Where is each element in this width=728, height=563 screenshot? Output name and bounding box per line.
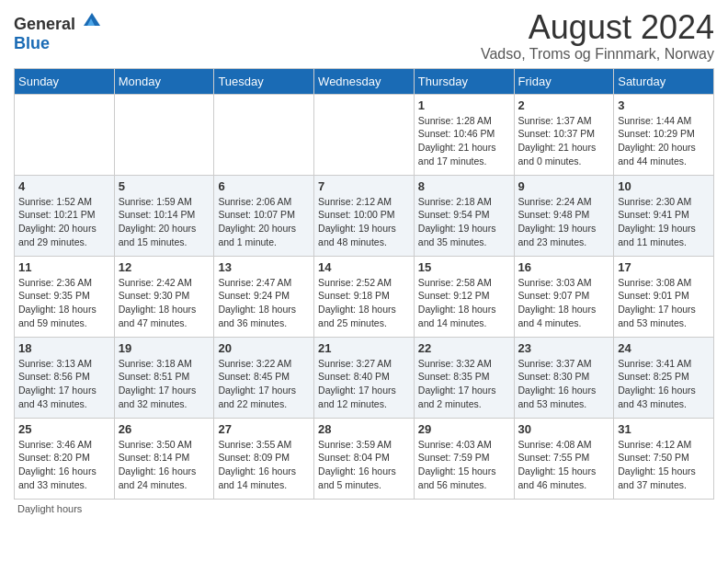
main-title: August 2024 <box>481 9 714 46</box>
day-info: Sunrise: 3:37 AM Sunset: 8:30 PM Dayligh… <box>518 357 610 411</box>
calendar-week-row: 18Sunrise: 3:13 AM Sunset: 8:56 PM Dayli… <box>15 337 714 418</box>
logo-blue: Blue <box>14 34 50 52</box>
day-number: 21 <box>318 341 410 355</box>
day-number: 5 <box>119 179 210 193</box>
calendar-week-row: 4Sunrise: 1:52 AM Sunset: 10:21 PM Dayli… <box>15 175 714 256</box>
day-info: Sunrise: 1:52 AM Sunset: 10:21 PM Daylig… <box>18 195 110 249</box>
day-info: Sunrise: 2:24 AM Sunset: 9:48 PM Dayligh… <box>518 195 610 249</box>
day-info: Sunrise: 3:13 AM Sunset: 8:56 PM Dayligh… <box>18 357 110 411</box>
day-info: Sunrise: 1:37 AM Sunset: 10:37 PM Daylig… <box>518 114 610 168</box>
day-info: Sunrise: 3:03 AM Sunset: 9:07 PM Dayligh… <box>518 276 610 330</box>
header: General Blue August 2024 Vadso, Troms og… <box>14 9 714 63</box>
calendar-header-row: SundayMondayTuesdayWednesdayThursdayFrid… <box>15 68 714 94</box>
day-info: Sunrise: 4:08 AM Sunset: 7:55 PM Dayligh… <box>518 438 610 492</box>
day-number: 15 <box>418 260 510 274</box>
calendar-cell: 7Sunrise: 2:12 AM Sunset: 10:00 PM Dayli… <box>314 175 415 256</box>
logo-text: General Blue <box>14 9 102 53</box>
calendar-cell <box>214 94 314 175</box>
calendar-cell: 17Sunrise: 3:08 AM Sunset: 9:01 PM Dayli… <box>614 256 714 337</box>
logo-general: General <box>14 15 75 33</box>
title-area: August 2024 Vadso, Troms og Finnmark, No… <box>481 9 714 63</box>
calendar-cell: 8Sunrise: 2:18 AM Sunset: 9:54 PM Daylig… <box>414 175 514 256</box>
calendar-cell: 10Sunrise: 2:30 AM Sunset: 9:41 PM Dayli… <box>614 175 714 256</box>
calendar-week-row: 11Sunrise: 2:36 AM Sunset: 9:35 PM Dayli… <box>15 256 714 337</box>
day-info: Sunrise: 3:46 AM Sunset: 8:20 PM Dayligh… <box>18 438 110 492</box>
calendar-cell: 4Sunrise: 1:52 AM Sunset: 10:21 PM Dayli… <box>15 175 115 256</box>
day-number: 10 <box>618 179 710 193</box>
day-number: 11 <box>18 260 110 274</box>
day-number: 19 <box>119 341 210 355</box>
day-number: 7 <box>318 179 410 193</box>
calendar-cell: 16Sunrise: 3:03 AM Sunset: 9:07 PM Dayli… <box>514 256 614 337</box>
day-number: 29 <box>418 422 510 436</box>
daylight-label: Daylight hours <box>17 503 82 514</box>
day-info: Sunrise: 1:59 AM Sunset: 10:14 PM Daylig… <box>119 195 210 249</box>
day-number: 12 <box>119 260 210 274</box>
logo: General Blue <box>14 9 102 53</box>
day-info: Sunrise: 3:22 AM Sunset: 8:45 PM Dayligh… <box>218 357 310 411</box>
calendar-cell: 25Sunrise: 3:46 AM Sunset: 8:20 PM Dayli… <box>15 418 115 499</box>
day-info: Sunrise: 2:42 AM Sunset: 9:30 PM Dayligh… <box>119 276 210 330</box>
day-number: 2 <box>518 98 610 112</box>
calendar-cell: 3Sunrise: 1:44 AM Sunset: 10:29 PM Dayli… <box>614 94 714 175</box>
day-info: Sunrise: 2:52 AM Sunset: 9:18 PM Dayligh… <box>318 276 410 330</box>
day-number: 16 <box>518 260 610 274</box>
day-info: Sunrise: 3:18 AM Sunset: 8:51 PM Dayligh… <box>119 357 210 411</box>
calendar-cell <box>15 94 115 175</box>
day-info: Sunrise: 3:08 AM Sunset: 9:01 PM Dayligh… <box>618 276 710 330</box>
day-number: 14 <box>318 260 410 274</box>
calendar-cell: 24Sunrise: 3:41 AM Sunset: 8:25 PM Dayli… <box>614 337 714 418</box>
calendar-cell <box>114 94 214 175</box>
day-number: 24 <box>618 341 710 355</box>
day-number: 1 <box>418 98 510 112</box>
logo-icon <box>82 9 102 29</box>
day-info: Sunrise: 2:06 AM Sunset: 10:07 PM Daylig… <box>218 195 310 249</box>
day-of-week-header: Monday <box>114 68 214 94</box>
calendar-cell: 28Sunrise: 3:59 AM Sunset: 8:04 PM Dayli… <box>314 418 415 499</box>
day-number: 23 <box>518 341 610 355</box>
day-info: Sunrise: 4:03 AM Sunset: 7:59 PM Dayligh… <box>418 438 510 492</box>
day-of-week-header: Wednesday <box>314 68 415 94</box>
day-number: 4 <box>18 179 110 193</box>
day-number: 26 <box>119 422 210 436</box>
subtitle: Vadso, Troms og Finnmark, Norway <box>481 46 714 63</box>
calendar-cell: 22Sunrise: 3:32 AM Sunset: 8:35 PM Dayli… <box>414 337 514 418</box>
calendar-cell: 29Sunrise: 4:03 AM Sunset: 7:59 PM Dayli… <box>414 418 514 499</box>
calendar-cell: 2Sunrise: 1:37 AM Sunset: 10:37 PM Dayli… <box>514 94 614 175</box>
day-info: Sunrise: 1:28 AM Sunset: 10:46 PM Daylig… <box>418 114 510 168</box>
calendar-table: SundayMondayTuesdayWednesdayThursdayFrid… <box>14 68 714 500</box>
calendar-cell: 14Sunrise: 2:52 AM Sunset: 9:18 PM Dayli… <box>314 256 415 337</box>
day-number: 25 <box>18 422 110 436</box>
day-number: 8 <box>418 179 510 193</box>
footer-note: Daylight hours <box>14 503 714 514</box>
day-info: Sunrise: 2:12 AM Sunset: 10:00 PM Daylig… <box>318 195 410 249</box>
calendar-cell: 6Sunrise: 2:06 AM Sunset: 10:07 PM Dayli… <box>214 175 314 256</box>
day-number: 20 <box>218 341 310 355</box>
day-info: Sunrise: 4:12 AM Sunset: 7:50 PM Dayligh… <box>618 438 710 492</box>
day-info: Sunrise: 2:47 AM Sunset: 9:24 PM Dayligh… <box>218 276 310 330</box>
calendar-cell: 26Sunrise: 3:50 AM Sunset: 8:14 PM Dayli… <box>114 418 214 499</box>
calendar-cell: 13Sunrise: 2:47 AM Sunset: 9:24 PM Dayli… <box>214 256 314 337</box>
day-info: Sunrise: 3:55 AM Sunset: 8:09 PM Dayligh… <box>218 438 310 492</box>
day-number: 28 <box>318 422 410 436</box>
calendar-cell: 5Sunrise: 1:59 AM Sunset: 10:14 PM Dayli… <box>114 175 214 256</box>
day-number: 18 <box>18 341 110 355</box>
day-of-week-header: Thursday <box>414 68 514 94</box>
calendar-cell: 11Sunrise: 2:36 AM Sunset: 9:35 PM Dayli… <box>15 256 115 337</box>
day-of-week-header: Sunday <box>15 68 115 94</box>
day-number: 6 <box>218 179 310 193</box>
calendar-cell: 27Sunrise: 3:55 AM Sunset: 8:09 PM Dayli… <box>214 418 314 499</box>
calendar-week-row: 25Sunrise: 3:46 AM Sunset: 8:20 PM Dayli… <box>15 418 714 499</box>
calendar-cell: 15Sunrise: 2:58 AM Sunset: 9:12 PM Dayli… <box>414 256 514 337</box>
day-info: Sunrise: 3:59 AM Sunset: 8:04 PM Dayligh… <box>318 438 410 492</box>
day-number: 13 <box>218 260 310 274</box>
calendar-cell: 20Sunrise: 3:22 AM Sunset: 8:45 PM Dayli… <box>214 337 314 418</box>
day-number: 9 <box>518 179 610 193</box>
calendar-cell: 21Sunrise: 3:27 AM Sunset: 8:40 PM Dayli… <box>314 337 415 418</box>
day-info: Sunrise: 3:41 AM Sunset: 8:25 PM Dayligh… <box>618 357 710 411</box>
day-info: Sunrise: 3:27 AM Sunset: 8:40 PM Dayligh… <box>318 357 410 411</box>
day-info: Sunrise: 2:30 AM Sunset: 9:41 PM Dayligh… <box>618 195 710 249</box>
calendar-week-row: 1Sunrise: 1:28 AM Sunset: 10:46 PM Dayli… <box>15 94 714 175</box>
day-number: 22 <box>418 341 510 355</box>
day-info: Sunrise: 2:58 AM Sunset: 9:12 PM Dayligh… <box>418 276 510 330</box>
